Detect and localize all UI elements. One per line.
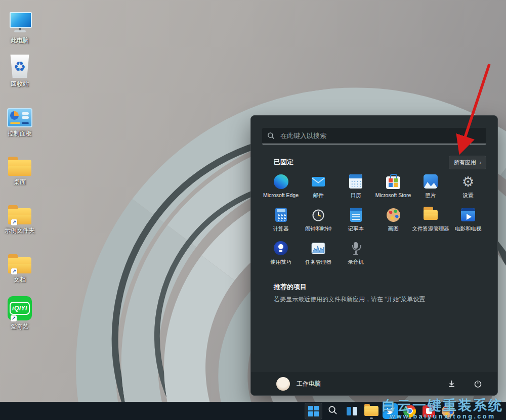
twitter-app[interactable] — [382, 403, 399, 419]
this-pc-icon — [8, 8, 31, 34]
shortcut-arrow-icon: ↗ — [11, 268, 17, 274]
pinned-app-explorer[interactable]: 文件资源管理器 — [412, 206, 449, 239]
pinned-app-label: 画图 — [388, 225, 399, 232]
start-search-box[interactable] — [262, 128, 486, 145]
photos-icon — [424, 172, 438, 191]
pinned-app-recorder[interactable]: 录音机 — [337, 239, 374, 272]
start-settings-link[interactable]: “开始”菜单设置 — [385, 296, 425, 303]
paint-app[interactable] — [439, 403, 457, 419]
running-indicator — [370, 417, 373, 419]
explorer-icon — [424, 206, 438, 224]
pinned-app-paint[interactable]: 画图 — [374, 206, 412, 239]
desktop-icon-control-panel[interactable]: 控制面板 — [1, 101, 38, 138]
all-apps-label: 所有应用 — [454, 159, 476, 166]
desktop-icon-folder-4[interactable]: ↗示例文件夹 — [1, 198, 38, 235]
start-menu-panel: 已固定 所有应用 › Microsoft Edge邮件日历Microsoft S… — [250, 115, 498, 396]
search-icon — [267, 132, 275, 139]
pinned-app-calculator[interactable]: 计算器 — [262, 206, 300, 239]
paint-icon — [387, 206, 400, 224]
pinned-app-edge[interactable]: Microsoft Edge — [262, 172, 300, 206]
calculator-icon — [275, 206, 287, 224]
recommended-text: 若要显示最近使用的文件和新应用，请在 “开始”菜单设置 — [274, 295, 425, 304]
desktop-icon-recycle-bin[interactable]: ♻回收站 — [1, 52, 38, 88]
pinned-app-label: 闹钟和时钟 — [305, 225, 332, 232]
pinned-app-label: 计算器 — [273, 225, 289, 232]
all-apps-button[interactable]: 所有应用 › — [449, 156, 486, 169]
start-button[interactable] — [305, 403, 322, 419]
pinned-app-calendar[interactable]: 日历 — [337, 172, 374, 206]
pinned-apps-grid: Microsoft Edge邮件日历Microsoft Store照片⚙设置计算… — [262, 172, 487, 272]
search-button[interactable] — [324, 403, 342, 419]
desktop-icon-label: 爱奇艺 — [11, 322, 29, 331]
pinned-app-label: 文件资源管理器 — [412, 225, 449, 232]
search-input[interactable] — [279, 131, 481, 140]
desktop-icon-folder-3[interactable]: 桌面 — [1, 150, 38, 186]
store-icon — [386, 172, 400, 191]
pinned-app-label: 记事本 — [348, 225, 364, 232]
taskmgr-icon — [311, 239, 325, 257]
clock-icon — [311, 206, 325, 224]
chrome-app[interactable] — [401, 403, 418, 419]
taskbar-items — [305, 402, 457, 420]
pinned-app-settings[interactable]: ⚙设置 — [449, 172, 487, 206]
power-icon — [474, 380, 482, 388]
twitter-icon — [383, 403, 398, 419]
red-app[interactable] — [420, 403, 438, 419]
pinned-app-tips[interactable]: 使用技巧 — [262, 239, 300, 272]
desktop-icon-label: 此电脑 — [11, 36, 29, 45]
tips-icon — [274, 239, 288, 257]
desktop: 此电脑♻回收站控制面板桌面↗示例文件夹↗文档iQIYI↗爱奇艺 已固定 所有应用… — [0, 0, 506, 420]
control-panel-icon — [7, 101, 32, 127]
update-download-button[interactable] — [444, 376, 459, 391]
desktop-icon-label: 桌面 — [14, 178, 26, 186]
recorder-icon — [349, 239, 363, 257]
taskbar — [0, 402, 506, 420]
chevron-right-icon: › — [480, 160, 481, 165]
pinned-app-label: 任务管理器 — [305, 259, 332, 266]
movies-icon — [461, 206, 475, 224]
desktop-icon-iqiyi[interactable]: iQIYI↗爱奇艺 — [1, 294, 38, 331]
pinned-app-label: 电影和电视 — [455, 225, 482, 232]
desktop-icon-label: 文档 — [14, 275, 26, 284]
taskview-icon — [347, 407, 357, 415]
settings-icon: ⚙ — [462, 172, 474, 191]
power-button[interactable] — [470, 376, 485, 391]
pinned-app-notepad[interactable]: 记事本 — [337, 206, 374, 239]
iqiyi-icon: iQIYI↗ — [8, 294, 32, 320]
folder-icon — [8, 150, 31, 176]
pinned-app-taskmgr[interactable]: 任务管理器 — [300, 239, 337, 272]
running-indicator — [389, 417, 392, 419]
recommended-text-static: 若要显示最近使用的文件和新应用，请在 — [274, 296, 385, 303]
desktop-icon-this-pc[interactable]: 此电脑 — [1, 8, 38, 45]
user-avatar[interactable] — [276, 377, 290, 391]
start-user-bar: 工作电脑 — [251, 372, 497, 395]
desktop-icon-label: 控制面板 — [8, 129, 32, 138]
file-explorer-button[interactable] — [362, 403, 380, 419]
task-view-button[interactable] — [343, 403, 361, 419]
pinned-app-clock[interactable]: 闹钟和时钟 — [300, 206, 337, 239]
mail-icon — [311, 172, 325, 191]
search-icon — [328, 405, 338, 417]
calendar-icon — [349, 172, 362, 191]
pinned-app-label: 设置 — [463, 192, 474, 199]
user-name[interactable]: 工作电脑 — [297, 380, 321, 388]
pinned-app-photos[interactable]: 照片 — [412, 172, 449, 206]
pinned-app-label: 录音机 — [348, 259, 364, 266]
pinned-app-mail[interactable]: 邮件 — [300, 172, 337, 206]
pinned-app-label: 照片 — [426, 192, 436, 199]
pinned-app-label: 邮件 — [313, 192, 324, 199]
pinned-app-label: Microsoft Edge — [263, 192, 299, 198]
notepad-icon — [350, 206, 362, 224]
start-icon — [308, 406, 319, 416]
pinned-app-label: 日历 — [351, 192, 361, 199]
pinned-app-label: Microsoft Store — [375, 192, 411, 198]
edge-icon — [274, 172, 288, 191]
pinned-section-title: 已固定 — [274, 158, 293, 167]
shortcut-arrow-icon: ↗ — [11, 219, 17, 225]
download-icon — [447, 380, 456, 388]
shortcut-arrow-icon: ↗ — [11, 315, 17, 321]
pinned-app-movies[interactable]: 电影和电视 — [449, 206, 487, 239]
running-indicator — [447, 417, 450, 419]
pinned-app-store[interactable]: Microsoft Store — [374, 172, 412, 206]
desktop-icon-folder-5[interactable]: ↗文档 — [1, 247, 38, 284]
